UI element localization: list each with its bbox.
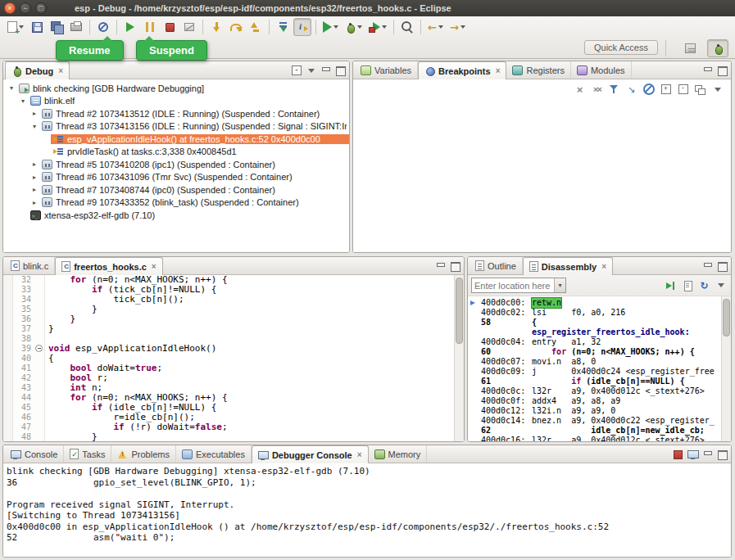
maximize-icon[interactable] [716, 260, 728, 272]
code-line[interactable]: 36 } [3, 314, 464, 324]
maximize-icon[interactable] [716, 65, 728, 76]
refresh-icon[interactable] [697, 279, 711, 292]
terminate-console-icon[interactable] [672, 449, 684, 460]
location-input[interactable] [472, 278, 554, 292]
suspend-button[interactable] [141, 18, 159, 36]
step-into-button[interactable] [207, 18, 225, 36]
go-to-file-icon[interactable] [624, 83, 638, 96]
disassembly-row[interactable]: 400d0c0f:addx4 a9, a8, a9 [468, 396, 721, 406]
disassembly-row[interactable]: 400d0c09:j 0x400d0c24 <esp_register_free [468, 367, 721, 377]
minimize-icon[interactable] [320, 65, 332, 76]
close-tab-icon[interactable]: × [152, 262, 157, 271]
minimize-icon[interactable] [434, 260, 447, 272]
code-line[interactable]: 39void esp_vApplicationIdleHook() [3, 344, 464, 354]
expander-down-icon[interactable]: ▾ [29, 123, 39, 130]
link-with-view-icon[interactable] [693, 83, 707, 96]
expander-down-icon[interactable]: ▾ [7, 84, 16, 92]
views-tab-breakpoints[interactable]: Breakpoints× [418, 61, 506, 79]
search-button[interactable] [398, 18, 416, 36]
code-line[interactable]: 37} [3, 324, 464, 334]
save-button[interactable] [28, 18, 46, 36]
forward-button[interactable] [447, 18, 468, 36]
minimize-icon[interactable] [701, 449, 714, 460]
drop-to-frame-button[interactable] [274, 18, 292, 36]
code-line[interactable]: 48 } [3, 432, 464, 441]
disassembly-row[interactable]: 60 for (n=0; n<MAX_HOOKS; n++) { [468, 347, 721, 357]
console-tab-problems[interactable]: Problems [111, 445, 175, 463]
disassembly-row[interactable]: 400d0c00:retw.n [468, 298, 721, 308]
editor-scrollbar[interactable] [454, 275, 464, 441]
disassembly-scrollbar[interactable] [721, 296, 731, 441]
maximize-icon[interactable] [716, 449, 728, 460]
debug-tree-item[interactable]: ▸Thread #5 1073410208 (ipc1) (Suspended … [3, 158, 349, 171]
disassembly-row[interactable]: 400d0c12:l32i.n a9, a9, 0 [468, 406, 721, 416]
view-menu-icon[interactable] [710, 83, 724, 96]
debug-tree-item[interactable]: esp_vApplicationIdleHook() at freertos_h… [3, 133, 349, 146]
skip-all-breakpoints-button[interactable] [94, 18, 112, 36]
skip-all-icon[interactable] [642, 83, 656, 96]
back-dropdown-icon[interactable] [438, 25, 443, 29]
remove-all-icon[interactable] [590, 83, 604, 96]
expander-right-icon[interactable]: ▸ [29, 110, 39, 117]
minimize-icon[interactable] [701, 260, 714, 272]
view-menu-icon[interactable] [305, 65, 317, 76]
back-button[interactable] [425, 18, 446, 36]
disasm-tab-disassembly[interactable]: Disassembly× [523, 257, 613, 275]
print-button[interactable] [67, 18, 85, 36]
external-tools-button[interactable] [366, 18, 389, 36]
console-tab-memory[interactable]: Memory [369, 445, 428, 463]
disconnect-button[interactable] [180, 18, 198, 36]
debug-tree-item[interactable]: ▸Thread #9 1073433352 (blink_task) (Susp… [3, 196, 349, 210]
expander-right-icon[interactable]: ▸ [29, 186, 39, 193]
external-tools-dropdown-icon[interactable] [382, 25, 387, 29]
show-source-icon[interactable] [681, 279, 695, 292]
debug-tree-item[interactable]: ▾Thread #3 1073413156 (IDLE : Running) (… [3, 120, 349, 133]
expand-all-icon[interactable] [659, 83, 673, 96]
disassembly-row[interactable]: 400d0c04:entry a1, 32 [468, 337, 721, 347]
editor-tab-blink-c[interactable]: blink.c [5, 257, 55, 274]
debug-tree-item[interactable]: ▸Thread #7 1073408744 (ipc0) (Suspended … [3, 183, 349, 196]
view-menu-icon[interactable] [714, 279, 728, 292]
display-console-icon[interactable] [687, 449, 699, 460]
views-tab-variables[interactable]: Variables [355, 61, 418, 79]
instruction-stepping-button[interactable] [293, 18, 311, 36]
debug-tree-item[interactable]: xtensa-esp32-elf-gdb (7.10) [3, 209, 349, 222]
sync-pc-icon[interactable] [665, 279, 678, 292]
maximize-icon[interactable] [334, 65, 347, 76]
close-tab-icon[interactable]: × [58, 66, 63, 75]
collapse-all-icon[interactable] [290, 65, 302, 76]
debug-perspective-button[interactable] [707, 39, 728, 57]
views-tab-registers[interactable]: Registers [506, 61, 570, 79]
run-dropdown-icon[interactable] [333, 25, 338, 29]
window-close-button[interactable]: × [4, 2, 16, 14]
disassembly-content[interactable]: 400d0c00:retw.n400d0c02:lsi f0, a0, 2165… [468, 296, 721, 441]
disassembly-row[interactable]: 400d0c14:bnez.n a9, 0x400d0c22 <esp_regi… [468, 416, 721, 426]
debug-button[interactable] [343, 18, 365, 36]
views-tab-modules[interactable]: Modules [571, 61, 632, 79]
location-dropdown-icon[interactable]: ▾ [554, 278, 565, 292]
code-editor[interactable]: 32 for (n=0; n<MAX_HOOKS; n++) {33 if (t… [3, 275, 464, 441]
maximize-icon[interactable] [449, 260, 461, 272]
window-maximize-button[interactable]: □ [35, 2, 47, 14]
debug-tree-item[interactable]: ▸Thread #6 1073431096 (Tmr Svc) (Suspend… [3, 171, 349, 184]
window-minimize-button[interactable]: − [20, 2, 31, 14]
disassembly-row[interactable]: 58{ [468, 318, 721, 327]
collapse-all-icon[interactable] [676, 83, 690, 96]
expander-right-icon[interactable]: ▸ [29, 174, 39, 181]
expander-down-icon[interactable]: ▾ [18, 97, 28, 105]
debugger-console-output[interactable]: blink checking [GDB Hardware Debugging] … [3, 463, 731, 557]
step-over-button[interactable] [227, 18, 245, 36]
remove-icon[interactable] [573, 83, 587, 96]
step-return-button[interactable] [247, 18, 265, 36]
save-all-button[interactable] [48, 18, 66, 36]
quick-access-button[interactable]: Quick Access [584, 40, 658, 55]
console-tab-console[interactable]: Console [5, 445, 64, 463]
close-tab-icon[interactable]: × [601, 262, 606, 271]
disassembly-row[interactable]: 62 idle_cb[n]=new_idle_cb; [468, 426, 721, 436]
resume-button[interactable] [121, 18, 139, 36]
disassembly-row[interactable]: 61 if (idle_cb[n]==NULL) { [468, 377, 721, 386]
show-supported-icon[interactable] [607, 83, 621, 96]
debug-tree-item[interactable]: ▸Thread #2 1073413512 (IDLE : Running) (… [3, 107, 349, 120]
disasm-tab-outline[interactable]: Outline [470, 257, 523, 274]
scrollbar-thumb[interactable] [456, 278, 463, 344]
